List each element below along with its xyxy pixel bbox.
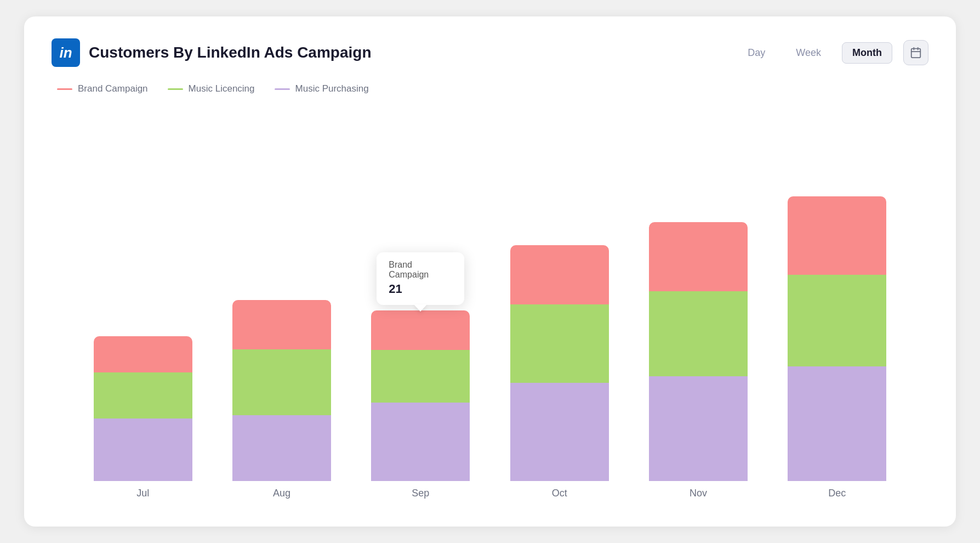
tooltip-value: 21 bbox=[389, 282, 452, 296]
linkedin-logo: in bbox=[52, 38, 80, 67]
bar-music-lic-oct bbox=[510, 304, 609, 383]
x-label-aug: Aug bbox=[232, 488, 331, 499]
chart-header: in Customers By LinkedIn Ads Campaign Da… bbox=[52, 38, 928, 67]
svg-rect-0 bbox=[911, 49, 921, 58]
header-right: Day Week Month bbox=[738, 40, 928, 65]
bar-stack-sep[interactable] bbox=[371, 310, 470, 481]
x-label-dec: Dec bbox=[788, 488, 886, 499]
bar-stack-oct[interactable] bbox=[510, 245, 609, 481]
bar-group-jul bbox=[94, 336, 192, 481]
bar-brand-oct bbox=[510, 245, 609, 304]
legend-music-lic-label: Music Licencing bbox=[189, 83, 255, 94]
bar-stack-nov[interactable] bbox=[649, 222, 748, 481]
bar-music-pur-dec bbox=[788, 366, 886, 481]
tooltip-label: Brand Campaign bbox=[389, 260, 452, 280]
bar-brand-sep bbox=[371, 310, 470, 350]
bar-stack-dec[interactable] bbox=[788, 196, 886, 481]
bar-music-lic-sep bbox=[371, 350, 470, 403]
x-label-oct: Oct bbox=[510, 488, 609, 499]
bar-brand-jul bbox=[94, 336, 192, 372]
bar-brand-dec bbox=[788, 196, 886, 275]
tooltip: Brand Campaign21 bbox=[377, 252, 464, 305]
day-button[interactable]: Day bbox=[738, 43, 775, 63]
legend-brand-label: Brand Campaign bbox=[78, 83, 148, 94]
bar-music-lic-dec bbox=[788, 275, 886, 366]
legend-music-lic-line bbox=[168, 88, 183, 90]
bar-group-nov bbox=[649, 222, 748, 481]
bar-group-sep: Brand Campaign21 bbox=[371, 310, 470, 481]
chart-title: Customers By LinkedIn Ads Campaign bbox=[89, 44, 372, 61]
bar-group-oct bbox=[510, 245, 609, 481]
main-card: in Customers By LinkedIn Ads Campaign Da… bbox=[24, 16, 956, 527]
calendar-button[interactable] bbox=[903, 40, 928, 65]
legend-music-pur-label: Music Purchasing bbox=[295, 83, 369, 94]
bars-container: Brand Campaign21 bbox=[52, 105, 928, 481]
bar-music-pur-jul bbox=[94, 418, 192, 481]
chart-area: Brand Campaign21 JulAugSepOctNovDec bbox=[52, 105, 928, 499]
legend-brand-line bbox=[57, 88, 72, 90]
bar-music-pur-nov bbox=[649, 376, 748, 481]
chart-legend: Brand Campaign Music Licencing Music Pur… bbox=[52, 83, 928, 94]
bar-group-dec bbox=[788, 196, 886, 481]
month-button[interactable]: Month bbox=[842, 42, 892, 64]
calendar-icon bbox=[910, 47, 922, 59]
bar-brand-nov bbox=[649, 222, 748, 291]
bar-music-pur-oct bbox=[510, 383, 609, 481]
bar-stack-jul[interactable] bbox=[94, 336, 192, 481]
legend-brand: Brand Campaign bbox=[57, 83, 148, 94]
bar-music-pur-aug bbox=[232, 415, 331, 481]
legend-music-pur-line bbox=[275, 88, 290, 90]
x-axis: JulAugSepOctNovDec bbox=[52, 481, 928, 499]
bar-group-aug bbox=[232, 300, 331, 481]
bar-stack-aug[interactable] bbox=[232, 300, 331, 481]
x-label-nov: Nov bbox=[649, 488, 748, 499]
x-label-jul: Jul bbox=[94, 488, 192, 499]
bar-music-lic-aug bbox=[232, 349, 331, 415]
bar-music-lic-jul bbox=[94, 372, 192, 418]
header-left: in Customers By LinkedIn Ads Campaign bbox=[52, 38, 372, 67]
legend-music-lic: Music Licencing bbox=[168, 83, 255, 94]
legend-music-pur: Music Purchasing bbox=[275, 83, 369, 94]
week-button[interactable]: Week bbox=[786, 43, 831, 63]
bar-music-lic-nov bbox=[649, 291, 748, 376]
bar-brand-aug bbox=[232, 300, 331, 349]
bar-music-pur-sep bbox=[371, 403, 470, 481]
x-label-sep: Sep bbox=[371, 488, 470, 499]
